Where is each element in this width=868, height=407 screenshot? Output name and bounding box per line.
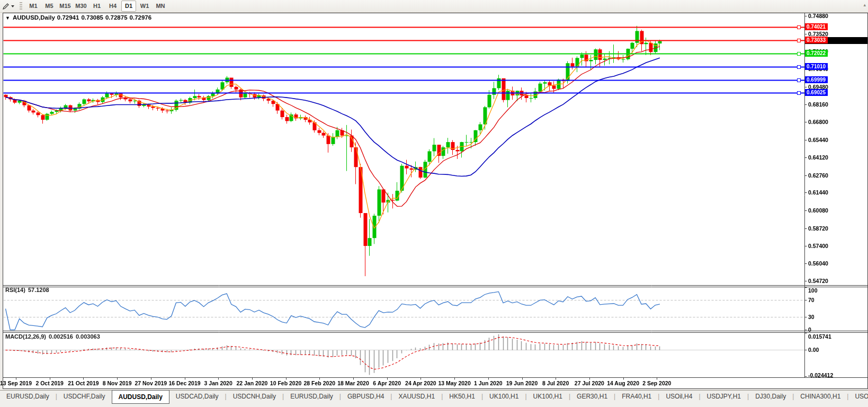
hline-price-badge[interactable]: 0.73033 [805, 37, 828, 43]
chart-tab-usoil-h4[interactable]: USOil,H4 [659, 391, 699, 403]
hline-price-badge[interactable]: 0.72022 [805, 50, 828, 57]
macd-pane-label: MACD(12,26,9)0.0025160.003063 [5, 333, 103, 340]
chart-tab-usdchf-daily[interactable]: USDCHF,Daily [57, 391, 112, 403]
date-axis-label: 13 Sep 2019 [0, 380, 34, 386]
hline-price-badge[interactable]: 0.71010 [805, 63, 828, 70]
ohlc-high: 0.73085 [81, 14, 103, 21]
price-axis-label: 0.66800 [808, 119, 828, 125]
date-axis-label: 3 Jan 2020 [200, 380, 237, 386]
timeframe-button-h4[interactable]: H4 [105, 1, 120, 12]
timeframe-buttons: M1M5M15M30H1H4D1W1MN [25, 1, 168, 12]
macd-indicator-name: MACD(12,26,9) [5, 333, 46, 340]
chart-tab-uk100-h1[interactable]: UK100,H1 [527, 391, 569, 403]
rsi-current-value: 57.1208 [28, 287, 49, 293]
timeframe-button-m5[interactable]: M5 [42, 1, 57, 12]
hline-price-badge[interactable]: 0.69025 [805, 89, 828, 96]
date-axis-label: 1 Jun 2020 [470, 380, 507, 386]
chart-tabs: EURUSD,Daily|USDCHF,DailyAUDUSD,DailyUSD… [0, 391, 868, 404]
date-axis-label: 2 Oct 2019 [31, 380, 68, 386]
chart-tab-usoil-h1[interactable]: USOil,H1 [848, 391, 868, 403]
chart-tab-ger30-h1[interactable]: GER30,H1 [570, 391, 614, 403]
chart-tab-usdcad-daily[interactable]: USDCAD,Daily [169, 391, 225, 403]
price-axis-label: 0.58720 [808, 225, 828, 232]
chart-tab-xauusd-h1[interactable]: XAUUSD,H1 [392, 391, 441, 403]
price-axis-label: 0.61440 [808, 189, 828, 196]
date-axis-label: 27 Nov 2019 [132, 380, 169, 386]
rsi-indicator-name: RSI(14) [5, 287, 25, 293]
toolbar-grip-handle[interactable] [20, 2, 22, 11]
rsi-axis-label: 100 [808, 287, 818, 294]
timeframe-button-m1[interactable]: M1 [26, 1, 41, 12]
chart-tab-usdjpy-h1[interactable]: USDJPY,H1 [701, 391, 747, 403]
macd-main-value: 0.002516 [49, 333, 73, 340]
timeframe-button-m30[interactable]: M30 [74, 1, 88, 12]
price-axis-label: 0.56040 [808, 260, 828, 267]
date-axis-label: 16 Dec 2019 [166, 380, 203, 386]
macd-axis-label: 0.00 [808, 347, 819, 353]
chart-tab-eurusd-daily[interactable]: EURUSD,Daily [284, 391, 339, 403]
date-axis-label: 22 Jan 2020 [234, 380, 271, 386]
chart-tab-eurusd-daily[interactable]: EURUSD,Daily [0, 391, 56, 403]
price-axis-label: 0.57400 [808, 243, 828, 249]
date-axis-label: 13 May 2020 [436, 380, 473, 386]
date-axis-label: 10 Feb 2020 [267, 380, 305, 386]
ohlc-low: 0.72875 [105, 14, 128, 21]
hline-price-badge[interactable]: 0.69999 [805, 76, 828, 83]
macd-axis-label: 0.015741 [808, 333, 831, 340]
price-axis-label: 0.74880 [808, 13, 828, 19]
price-axis-label: 0.60080 [808, 207, 828, 214]
date-axis-label: 28 Feb 2020 [301, 380, 338, 386]
price-axis-label: 0.68160 [808, 101, 828, 108]
date-axis-label: 18 Mar 2020 [335, 380, 372, 386]
chart-tab-audusd-daily[interactable]: AUDUSD,Daily [112, 390, 169, 404]
ohlc-open: 0.72941 [57, 14, 79, 21]
date-axis-label: 27 Jul 2020 [571, 380, 608, 386]
chart-tab-china300-h1[interactable]: CHINA300,H1 [794, 391, 847, 403]
price-axis-label: 0.64120 [808, 154, 828, 161]
mt4-terminal: { "toolbar": { "draw_tool_tooltip": "dra… [0, 0, 868, 407]
date-axis-label: 8 Jul 2020 [537, 380, 574, 386]
chart-tab-usdcnh-daily[interactable]: USDCNH,Daily [227, 391, 282, 403]
hline-price-badge[interactable]: 0.74021 [805, 23, 828, 30]
timeframe-toolbar: M1M5M15M30H1H4D1W1MN ▴ [0, 0, 868, 13]
date-axis-label: 6 Apr 2020 [369, 380, 406, 386]
timeframe-button-w1[interactable]: W1 [137, 1, 152, 12]
chart-tab-hk50-h1[interactable]: HK50,H1 [443, 391, 481, 403]
chart-title: ▼AUDUSD,Daily0.729410.730850.728750.7297… [5, 14, 154, 21]
chart-tab-dj30-daily[interactable]: DJ30,Daily [749, 391, 792, 403]
macd-signal-value: 0.003063 [76, 333, 100, 340]
date-axis-label: 24 Apr 2020 [402, 380, 439, 386]
chart-tab-fra40-h1[interactable]: FRA40,H1 [615, 391, 658, 403]
date-axis-label: 8 Nov 2019 [99, 380, 136, 386]
ohlc-close: 0.72976 [130, 14, 152, 21]
rsi-pane-label: RSI(14)57.1208 [5, 287, 52, 293]
timeframe-button-h1[interactable]: H1 [90, 1, 104, 12]
collapse-triangle-icon[interactable]: ▼ [5, 15, 10, 21]
macd-axis-label: -0.024412 [808, 372, 833, 378]
timeframe-button-d1[interactable]: D1 [121, 1, 136, 12]
chart-symbol: AUDUSD,Daily [13, 14, 55, 21]
rsi-axis-label: 0 [808, 326, 811, 333]
date-axis-label: 21 Oct 2019 [65, 380, 102, 386]
rsi-axis-label: 30 [808, 314, 815, 320]
date-axis-label: 19 Jun 2020 [504, 380, 541, 386]
dropdown-arrow-icon[interactable] [11, 5, 14, 7]
draw-tool-button[interactable] [0, 0, 16, 12]
price-axis-label: 0.54720 [808, 278, 828, 284]
toolbar-overflow-icon[interactable]: ▴ [863, 2, 866, 7]
rsi-axis-label: 70 [808, 297, 815, 303]
price-axis-label: 0.62760 [808, 172, 828, 179]
chart-tab-uk100-h1[interactable]: UK100,H1 [483, 391, 525, 403]
chart-tab-bar: EURUSD,Daily|USDCHF,DailyAUDUSD,DailyUSD… [0, 390, 868, 407]
pencil-icon [2, 3, 10, 10]
timeframe-button-m15[interactable]: M15 [58, 1, 73, 12]
timeframe-button-mn[interactable]: MN [153, 1, 168, 12]
price-axis-label: 0.65440 [808, 137, 828, 143]
chart-canvas[interactable] [0, 0, 868, 407]
chart-tab-gbpusd-h4[interactable]: GBPUSD,H4 [341, 391, 390, 403]
date-axis-label: 14 Aug 2020 [605, 380, 642, 386]
date-axis-label: 2 Sep 2020 [638, 380, 675, 386]
